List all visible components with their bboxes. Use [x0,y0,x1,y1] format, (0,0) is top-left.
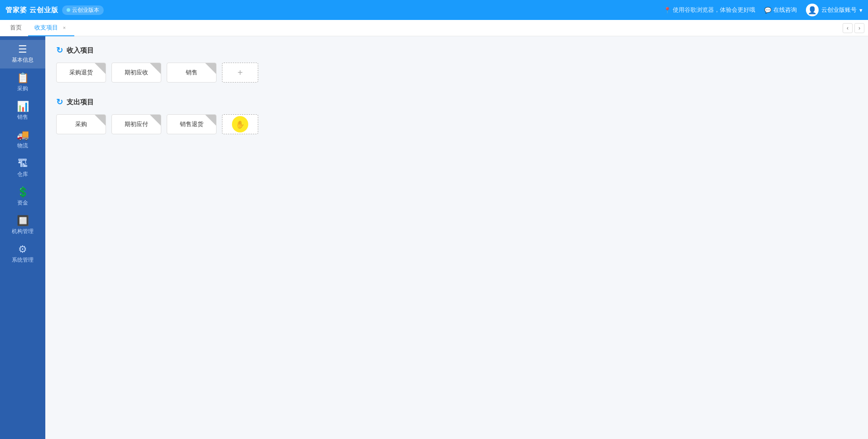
header-right: 📍 使用谷歌浏览器，体验会更好哦 💬 在线咨询 👤 云创业版账号 ▾ [664,4,863,16]
sidebar-logistics-label: 物流 [17,142,28,150]
expense-item-0-ribbon [95,115,106,126]
sales-icon: 📊 [17,102,29,112]
expense-item-2-ribbon [205,115,216,126]
app-title: 管家婆 云创业版 [5,6,58,15]
income-item-0-ribbon [95,63,106,74]
sidebar-system-label: 系统管理 [12,256,34,264]
user-label: 云创业版账号 [821,6,857,14]
sidebar-item-logistics[interactable]: 🚚 物流 [0,126,45,154]
income-item-1[interactable]: 期初应收 [111,63,161,83]
sidebar-purchase-label: 采购 [17,85,28,93]
income-item-1-label: 期初应收 [125,68,148,77]
version-badge: 云创业版本 [62,5,104,15]
expense-item-1-ribbon [150,115,161,126]
income-items-row: 采购退货 期初应收 销售 + [56,63,857,83]
sidebar-basic-info-label: 基本信息 [12,56,34,64]
version-label: 云创业版本 [72,6,99,14]
sidebar: ☰ 基本信息 📋 采购 📊 销售 🚚 物流 🏗 仓库 💲 资金 🔲 机构管理 ⚙ [0,36,45,439]
income-item-1-ribbon [150,63,161,74]
header-left: 管家婆 云创业版 云创业版本 [5,5,104,15]
location-icon: 📍 [664,7,671,14]
system-icon: ⚙ [18,244,27,254]
sidebar-item-system[interactable]: ⚙ 系统管理 [0,240,45,268]
expense-item-1-label: 期初应付 [125,120,148,128]
cursor-highlight: ✋ [232,116,248,132]
income-add-button[interactable]: + [222,63,258,83]
browser-tip: 📍 使用谷歌浏览器，体验会更好哦 [664,6,755,14]
income-item-2[interactable]: 销售 [167,63,217,83]
finance-icon: 💲 [17,187,29,197]
sidebar-item-org[interactable]: 🔲 机构管理 [0,211,45,240]
content-area: ↻ 收入项目 采购退货 期初应收 销售 + [45,36,868,439]
consult-icon: 💬 [764,7,772,14]
purchase-icon: 📋 [17,73,29,83]
consult-label: 在线咨询 [773,6,797,14]
expense-title-text: 支出项目 [67,98,94,107]
org-icon: 🔲 [17,216,29,226]
top-header: 管家婆 云创业版 云创业版本 📍 使用谷歌浏览器，体验会更好哦 💬 在线咨询 👤… [0,0,868,20]
sidebar-item-finance[interactable]: 💲 资金 [0,183,45,211]
sidebar-sales-label: 销售 [17,113,28,121]
warehouse-icon: 🏗 [18,159,28,169]
expense-item-2[interactable]: 销售退货 [167,114,217,134]
main-layout: ☰ 基本信息 📋 采购 📊 销售 🚚 物流 🏗 仓库 💲 资金 🔲 机构管理 ⚙ [0,36,868,439]
tab-close-button[interactable]: × [61,24,68,31]
online-consult-button[interactable]: 💬 在线咨询 [764,6,797,14]
tab-expense[interactable]: 收支项目 × [28,20,74,36]
tab-prev-button[interactable]: ‹ [843,23,853,33]
version-dot [67,8,70,12]
user-dropdown-icon: ▾ [859,7,863,14]
user-info-button[interactable]: 👤 云创业版账号 ▾ [806,4,863,16]
avatar: 👤 [806,4,819,16]
basic-info-icon: ☰ [18,44,27,54]
income-title-text: 收入项目 [67,46,94,55]
income-item-2-ribbon [205,63,216,74]
expense-add-button[interactable]: ✋ [222,114,258,134]
income-section-icon: ↻ [56,45,63,55]
tab-expense-label: 收支项目 [34,24,58,32]
expense-section: ↻ 支出项目 采购 期初应付 销售退货 [56,97,857,134]
sidebar-item-warehouse[interactable]: 🏗 仓库 [0,154,45,183]
expense-items-row: 采购 期初应付 销售退货 ✋ [56,114,857,134]
income-section: ↻ 收入项目 采购退货 期初应收 销售 + [56,45,857,83]
sidebar-org-label: 机构管理 [12,228,34,235]
tab-home-label: 首页 [10,24,22,32]
tab-home[interactable]: 首页 [4,20,28,36]
expense-item-1[interactable]: 期初应付 [111,114,161,134]
tab-bar-right: ‹ › [843,23,864,33]
income-section-title: ↻ 收入项目 [56,45,857,55]
sidebar-warehouse-label: 仓库 [17,171,28,178]
income-add-icon: + [237,68,243,78]
sidebar-item-sales[interactable]: 📊 销售 [0,97,45,126]
income-item-0-label: 采购退货 [69,68,93,77]
expense-item-0-label: 采购 [75,120,87,128]
cursor-icon: ✋ [236,120,245,129]
sidebar-finance-label: 资金 [17,199,28,207]
expense-item-0[interactable]: 采购 [56,114,106,134]
logistics-icon: 🚚 [17,130,29,140]
tab-next-button[interactable]: › [854,23,864,33]
expense-section-icon: ↻ [56,97,63,107]
expense-item-2-label: 销售退货 [180,120,203,128]
tab-bar: 首页 收支项目 × ‹ › [0,20,868,36]
sidebar-item-purchase[interactable]: 📋 采购 [0,68,45,97]
income-item-0[interactable]: 采购退货 [56,63,106,83]
sidebar-item-basic-info[interactable]: ☰ 基本信息 [0,40,45,68]
browser-tip-text: 使用谷歌浏览器，体验会更好哦 [673,6,755,14]
expense-section-title: ↻ 支出项目 [56,97,857,107]
income-item-2-label: 销售 [186,68,198,77]
